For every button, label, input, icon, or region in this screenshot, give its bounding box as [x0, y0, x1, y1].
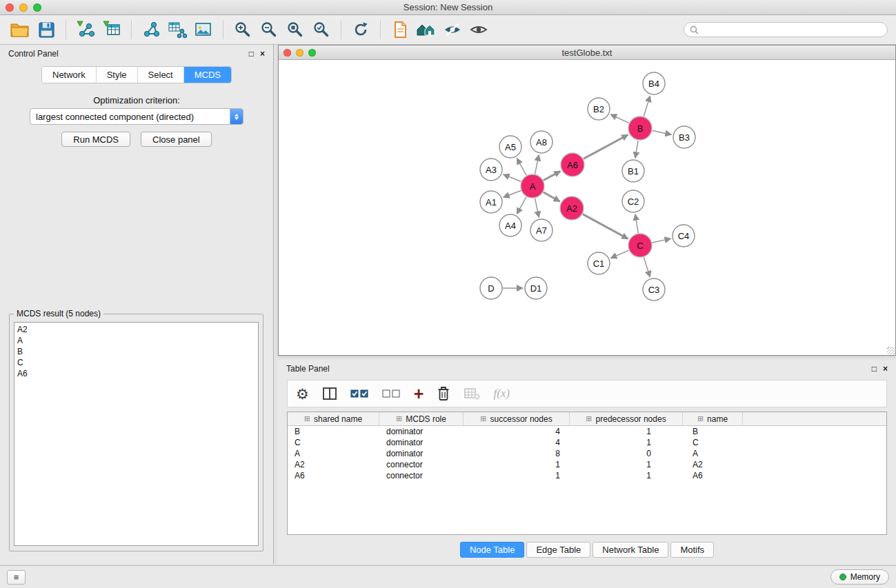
column-header-predecessor-nodes[interactable]: ⊞predecessor nodes [570, 412, 683, 425]
tab-motifs[interactable]: Motifs [670, 542, 714, 558]
column-header-successor-nodes[interactable]: ⊞successor nodes [464, 412, 570, 425]
mcds-result-list[interactable]: A2ABCA6 [14, 322, 259, 546]
import-table-from-file-button[interactable] [100, 17, 123, 42]
zoom-in-button[interactable] [231, 17, 255, 42]
select-all-rows-icon[interactable] [350, 388, 369, 399]
deselect-all-rows-icon[interactable] [382, 388, 401, 399]
graph-node-label: C4 [678, 231, 690, 241]
float-panel-icon[interactable]: □ [872, 365, 877, 373]
graph-edge-A-A1[interactable] [504, 190, 521, 197]
network-window-titlebar: testGlobe.txt [279, 45, 895, 60]
float-panel-icon[interactable]: □ [249, 50, 254, 58]
status-bar: ≡ Memory [0, 565, 896, 588]
run-mcds-button[interactable]: Run MCDS [61, 132, 130, 147]
table-row[interactable]: Bdominator41B [288, 426, 886, 437]
graph-node-label: B3 [679, 132, 690, 143]
column-type-icon: ⊞ [480, 415, 486, 423]
graph-edge-A-A2[interactable] [544, 192, 560, 201]
open-session-button[interactable] [8, 17, 32, 42]
show-columns-icon[interactable] [322, 387, 337, 401]
table-panel-title: Table Panel [286, 364, 330, 374]
graph-edge-A-A8[interactable] [535, 155, 539, 174]
result-list-item[interactable]: A6 [17, 368, 255, 379]
graph-edge-C-C2[interactable] [635, 214, 638, 233]
save-session-button[interactable] [34, 17, 58, 42]
tab-network[interactable]: Network [42, 67, 97, 83]
graph-edge-A-A6[interactable] [544, 171, 560, 180]
mcds-result-title: MCDS result (5 nodes) [14, 309, 103, 318]
network-canvas[interactable]: B4B2BB3A5A8A6B1A3AC2A1A2A4A7C4CC1C3DD1 [279, 60, 895, 355]
graph-node-label: C3 [648, 285, 660, 295]
zoom-fit-button[interactable] [283, 17, 307, 42]
tab-network-table[interactable]: Network Table [593, 542, 668, 558]
graph-edge-A6-B[interactable] [584, 135, 628, 159]
graph-edge-B-B2[interactable] [610, 114, 628, 123]
tab-select[interactable]: Select [138, 67, 184, 83]
column-header-name[interactable]: ⊞name [683, 412, 743, 425]
task-history-button[interactable]: ≡ [7, 570, 26, 585]
search-field[interactable] [684, 22, 888, 37]
table-settings-button[interactable]: ⚙ [296, 387, 309, 401]
graph-edge-A-A4[interactable] [517, 197, 526, 214]
delete-column-trash-icon[interactable] [437, 385, 450, 402]
node-table: ⊞shared name ⊞MCDS role ⊞successor nodes… [287, 412, 887, 535]
table-cell: 1 [570, 471, 683, 480]
zoom-out-button[interactable] [257, 17, 281, 42]
new-network-button[interactable] [139, 17, 163, 42]
graph-edge-A-A7[interactable] [535, 199, 539, 218]
network-from-table-button[interactable] [166, 17, 189, 42]
network-window-title: testGlobe.txt [279, 48, 895, 58]
tab-mcds[interactable]: MCDS [184, 67, 231, 83]
control-panel-title: Control Panel [8, 49, 59, 59]
result-list-item[interactable]: A2 [17, 324, 255, 335]
column-header-filler [743, 412, 886, 425]
network-view-window: testGlobe.txt B4B2BB3A5A8A6B1A3AC2A1A2A4… [278, 45, 896, 356]
graph-edge-C-C1[interactable] [610, 250, 628, 258]
home-icon [416, 21, 437, 38]
close-panel-icon[interactable]: × [260, 50, 265, 58]
graph-edge-B-B1[interactable] [635, 141, 638, 158]
home-neighborhood-button[interactable] [415, 17, 438, 42]
table-row[interactable]: Cdominator41C [288, 437, 886, 448]
table-panel-header: Table Panel □ × [278, 360, 896, 378]
search-input[interactable] [703, 25, 882, 34]
close-panel-icon[interactable]: × [883, 365, 888, 373]
tab-node-table[interactable]: Node Table [460, 542, 525, 558]
tab-style[interactable]: Style [97, 67, 138, 83]
import-network-icon [76, 21, 95, 39]
table-row[interactable]: A2connector11A2 [288, 459, 886, 470]
hide-details-button[interactable] [441, 17, 464, 42]
import-network-from-file-button[interactable] [74, 17, 97, 42]
dropdown-stepper-icon [230, 109, 243, 124]
graph-edge-C-C3[interactable] [644, 257, 650, 277]
criterion-dropdown[interactable]: largest connected component (directed) [30, 108, 243, 125]
graph-edge-C-C4[interactable] [653, 239, 671, 243]
graph-edge-B-B3[interactable] [653, 131, 672, 135]
graph-edge-A2-C[interactable] [583, 214, 628, 239]
table-row[interactable]: A6connector11A6 [288, 470, 886, 481]
network-icon [142, 21, 160, 39]
memory-button[interactable]: Memory [830, 569, 889, 585]
result-list-item[interactable]: C [17, 357, 255, 368]
graph-edge-A-A3[interactable] [504, 174, 521, 181]
window-resize-grip[interactable] [887, 347, 895, 354]
paste-document-button[interactable] [388, 17, 412, 42]
close-panel-button[interactable]: Close panel [141, 132, 212, 147]
column-header-shared-name[interactable]: ⊞shared name [288, 412, 379, 425]
export-image-button[interactable] [192, 17, 215, 42]
result-list-item[interactable]: A [17, 335, 255, 346]
refresh-view-button[interactable] [349, 17, 372, 42]
add-column-button[interactable]: + [414, 386, 424, 401]
show-details-button[interactable] [467, 17, 490, 42]
graph-node-label: A8 [536, 137, 547, 148]
tab-edge-table[interactable]: Edge Table [526, 542, 590, 558]
graph-node-label: C2 [628, 196, 639, 207]
zoom-selected-button[interactable] [310, 17, 333, 42]
table-row[interactable]: Adominator80A [288, 448, 886, 459]
column-header-mcds-role[interactable]: ⊞MCDS role [379, 412, 464, 425]
graph-edge-B-B4[interactable] [644, 96, 650, 116]
graph-edge-A-A5[interactable] [517, 159, 526, 176]
graph-node-label: A [530, 181, 536, 192]
result-list-item[interactable]: B [17, 346, 255, 357]
memory-status-icon [839, 574, 846, 580]
